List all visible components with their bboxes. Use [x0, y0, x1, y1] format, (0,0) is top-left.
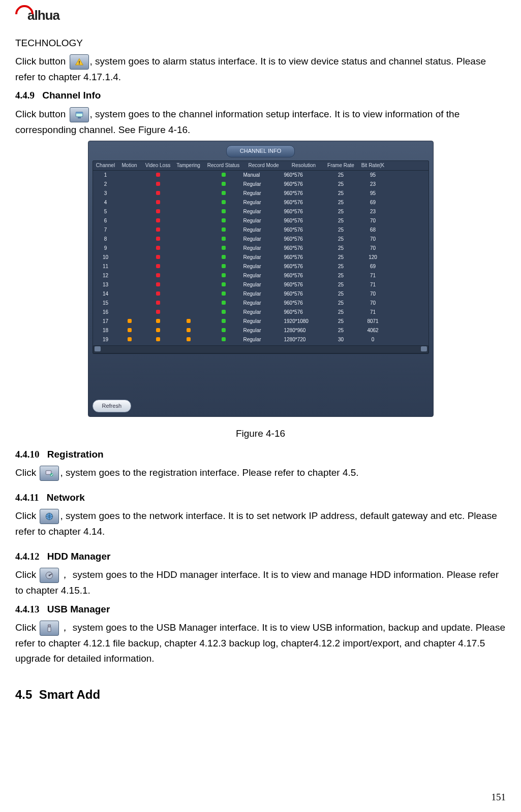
cell — [116, 336, 143, 344]
cell — [204, 263, 243, 271]
cell: 25 — [324, 290, 358, 298]
cell: 25 — [324, 308, 358, 316]
cell — [204, 180, 243, 188]
status-dot — [187, 328, 191, 332]
table-row: 13Regular960*5762571 — [93, 280, 428, 289]
status-dot — [222, 255, 226, 259]
status-dot — [222, 319, 226, 323]
status-dot — [222, 291, 226, 296]
svg-rect-11 — [48, 627, 51, 632]
cell: 960*576 — [284, 171, 324, 179]
status-dot — [128, 328, 132, 332]
cell: 12 — [95, 272, 116, 280]
registration-icon — [40, 466, 59, 481]
cell: Regular — [243, 253, 284, 262]
cell: 25 — [324, 180, 358, 188]
cell — [143, 327, 173, 335]
cell — [204, 317, 243, 326]
heading-4410: 4.4.10 Registration — [15, 447, 506, 462]
cell: 25 — [324, 327, 358, 335]
status-dot — [156, 282, 160, 286]
column-header: Frame Rate — [324, 161, 358, 170]
text: Click — [15, 510, 36, 521]
cell: Regular — [243, 281, 284, 289]
status-dot — [222, 273, 226, 277]
column-header: Video Loss — [143, 161, 173, 170]
table-row: 16Regular960*5762571 — [93, 308, 428, 317]
cell — [204, 217, 243, 225]
cell: 25 — [324, 217, 358, 225]
brand-logo: alhua TECHNOLOGY — [15, 5, 506, 51]
registration-paragraph: Click , system goes to the registration … — [15, 465, 506, 481]
status-dot — [156, 182, 160, 186]
cell: 3 — [95, 189, 116, 198]
status-dot — [128, 337, 132, 341]
status-dot — [222, 328, 226, 332]
horizontal-scrollbar[interactable] — [93, 345, 428, 353]
cell: 960*576 — [284, 308, 324, 316]
channel-table: ChannelMotionVideo LossTamperingRecord S… — [93, 160, 429, 354]
cell — [143, 235, 173, 243]
cell: 25 — [324, 171, 358, 179]
status-dot — [222, 237, 226, 241]
status-dot — [222, 301, 226, 305]
hdd-paragraph: Click ， system goes to the HDD manager i… — [15, 567, 506, 598]
cell — [143, 208, 173, 216]
cell: Regular — [243, 317, 284, 326]
page-number: 151 — [492, 790, 506, 805]
cell: 95 — [358, 171, 388, 179]
section-title: HDD Manager — [47, 551, 111, 562]
cell — [116, 327, 143, 335]
column-header: Channel — [95, 161, 116, 170]
cell: 19 — [95, 336, 116, 344]
cell: 70 — [358, 290, 388, 298]
cell: Regular — [243, 244, 284, 252]
cell: 10 — [95, 253, 116, 262]
network-icon — [40, 509, 59, 524]
status-dot — [222, 173, 226, 177]
cell: 960*576 — [284, 180, 324, 188]
cell: 14 — [95, 290, 116, 298]
refresh-button[interactable]: Refresh — [93, 400, 132, 413]
cell: 71 — [358, 308, 388, 316]
status-dot — [222, 228, 226, 232]
cell: 1280*960 — [284, 327, 324, 335]
alarm-paragraph: Click button , system goes to alarm stat… — [15, 54, 506, 85]
cell: 25 — [324, 235, 358, 243]
heading-449: 4.4.9 Channel Info — [15, 88, 506, 103]
status-dot — [222, 282, 226, 286]
cell: 960*576 — [284, 226, 324, 234]
cell — [143, 263, 173, 271]
cell: Regular — [243, 263, 284, 271]
cell — [204, 327, 243, 335]
column-header: Record Status — [204, 161, 243, 170]
cell: 8071 — [358, 317, 388, 326]
cell: 960*576 — [284, 199, 324, 207]
cell: 1920*1080 — [284, 317, 324, 326]
cell: 4062 — [358, 327, 388, 335]
cell — [204, 272, 243, 280]
cell — [143, 199, 173, 207]
table-row: 18Regular1280*960254062 — [93, 326, 428, 335]
cell: 68 — [358, 226, 388, 234]
cell — [143, 290, 173, 298]
cell — [143, 244, 173, 252]
cell: Regular — [243, 308, 284, 316]
cell — [116, 317, 143, 326]
cell: Regular — [243, 299, 284, 307]
cell — [143, 253, 173, 262]
table-row: 19Regular1280*720300 — [93, 335, 428, 344]
heading-4411: 4.4.11 Network — [15, 490, 506, 505]
status-dot — [156, 218, 160, 222]
cell — [204, 226, 243, 234]
cell: 25 — [324, 208, 358, 216]
cell: 25 — [324, 263, 358, 271]
cell: 23 — [358, 208, 388, 216]
cell: Regular — [243, 180, 284, 188]
section-number: 4.4.12 — [15, 551, 40, 562]
table-row: 1Manual960*5762595 — [93, 171, 428, 180]
table-row: 4Regular960*5762569 — [93, 198, 428, 207]
status-dot — [156, 237, 160, 241]
section-number: 4.4.13 — [15, 604, 40, 614]
cell: 9 — [95, 244, 116, 252]
